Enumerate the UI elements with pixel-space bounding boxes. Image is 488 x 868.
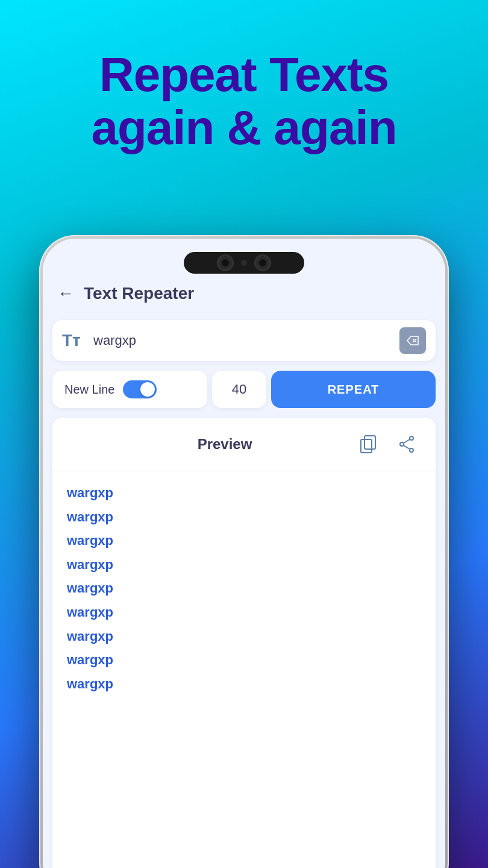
svg-point-4	[410, 436, 413, 440]
hero-title: Repeat Texts again & again	[36, 48, 452, 154]
camera-bar	[184, 252, 304, 274]
back-button[interactable]: ←	[57, 284, 74, 303]
phone-mockup: ← Text Repeater Tт	[39, 235, 449, 868]
new-line-box: New Line	[52, 371, 207, 408]
controls-row: New Line 40 REPEAT	[52, 371, 436, 408]
preview-title: Preview	[105, 436, 344, 453]
copy-button[interactable]	[354, 430, 383, 459]
svg-rect-3	[364, 436, 375, 449]
preview-line: wargxp	[67, 529, 421, 553]
app-screen: ← Text Repeater Tт	[43, 239, 445, 868]
preview-line: wargxp	[67, 624, 421, 649]
share-button[interactable]	[392, 430, 421, 459]
preview-line: wargxp	[67, 648, 421, 672]
preview-line: wargxp	[67, 553, 421, 577]
svg-line-8	[404, 445, 410, 449]
preview-line: wargxp	[67, 576, 421, 600]
preview-line: wargxp	[67, 481, 421, 505]
svg-rect-2	[361, 439, 372, 453]
preview-line: wargxp	[67, 600, 421, 624]
phone-shell: ← Text Repeater Tт	[39, 235, 449, 868]
preview-line: wargxp	[67, 505, 421, 529]
repeat-button[interactable]: REPEAT	[271, 371, 436, 408]
backspace-icon	[407, 335, 419, 347]
clear-button[interactable]	[399, 327, 426, 354]
new-line-label: New Line	[64, 383, 114, 397]
share-icon	[397, 435, 416, 454]
svg-point-5	[400, 442, 404, 446]
svg-line-7	[404, 439, 410, 443]
repeat-count: 40	[232, 382, 246, 397]
preview-header: Preview	[52, 418, 436, 471]
camera-lens-secondary	[254, 254, 271, 271]
camera-dot	[241, 260, 247, 266]
app-title: Text Repeater	[84, 284, 194, 303]
count-box[interactable]: 40	[212, 371, 266, 408]
camera-lens-main	[217, 254, 234, 271]
preview-section: Preview	[52, 418, 436, 868]
copy-icon	[358, 435, 378, 454]
text-input-section: Tт	[52, 320, 436, 361]
hero-line1: Repeat Texts	[99, 48, 389, 101]
text-input[interactable]	[93, 333, 392, 348]
hero-line2: again & again	[91, 101, 396, 154]
app-bar: ← Text Repeater	[43, 239, 445, 315]
new-line-toggle[interactable]	[123, 380, 157, 398]
preview-line: wargxp	[67, 672, 421, 696]
toggle-thumb	[140, 382, 155, 397]
text-format-icon: Tт	[62, 331, 86, 350]
hero-section: Repeat Texts again & again	[0, 0, 488, 178]
svg-point-6	[410, 448, 413, 452]
phone-inner: ← Text Repeater Tт	[43, 239, 445, 868]
preview-content: wargxpwargxpwargxpwargxpwargxpwargxpwarg…	[52, 471, 436, 868]
